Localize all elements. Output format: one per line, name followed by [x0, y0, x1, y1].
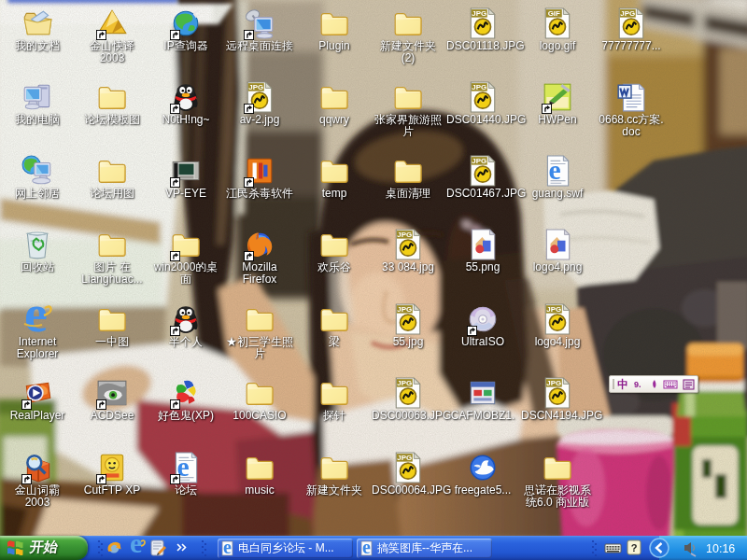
svg-text:?: ?	[631, 542, 638, 553]
svg-text:9.: 9.	[634, 380, 641, 389]
svg-text:e: e	[223, 539, 232, 557]
svg-text:e: e	[362, 539, 371, 557]
svg-text:e: e	[130, 536, 142, 558]
svg-text:10:16: 10:16	[706, 542, 735, 555]
